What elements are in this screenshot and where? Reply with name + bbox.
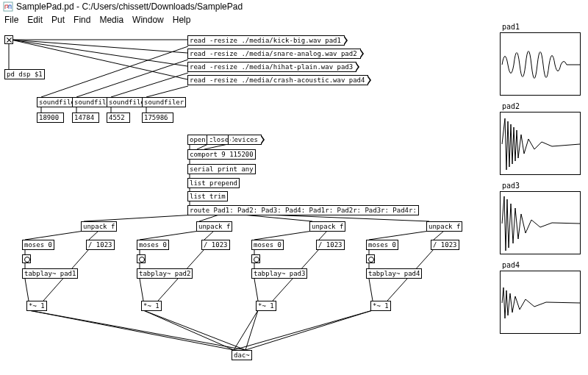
- moses-4[interactable]: moses 0: [366, 240, 398, 250]
- msg-read-pad2[interactable]: read -resize ./media/snare-analog.wav pa…: [187, 49, 361, 59]
- menu-edit[interactable]: Edit: [27, 15, 43, 25]
- samples-4[interactable]: 175986: [142, 113, 173, 123]
- div-2[interactable]: / 1023: [201, 240, 230, 250]
- menu-window[interactable]: Window: [132, 15, 164, 25]
- app-icon: [3, 1, 13, 12]
- unpack-3[interactable]: unpack f: [309, 221, 345, 232]
- samples-2[interactable]: 14784: [72, 113, 99, 123]
- svg-line-30: [319, 231, 327, 240]
- mul-2[interactable]: *~ 1: [141, 301, 162, 311]
- samples-1[interactable]: 18900: [37, 113, 64, 123]
- array-pad2[interactable]: pad2: [500, 112, 581, 175]
- div-1[interactable]: / 1023: [86, 240, 115, 250]
- titlebar: SamplePad.pd - C:/Users/chissett/Downloa…: [0, 0, 588, 13]
- svg-line-9: [146, 86, 188, 97]
- svg-line-49: [29, 310, 234, 350]
- svg-line-22: [199, 215, 219, 221]
- moses-1[interactable]: moses 0: [22, 240, 54, 250]
- svg-line-55: [234, 310, 373, 350]
- menu-find[interactable]: Find: [74, 15, 90, 25]
- svg-line-3: [11, 40, 187, 53]
- list-trim[interactable]: list trim: [187, 191, 228, 201]
- array-label-1: pad1: [502, 23, 520, 31]
- svg-line-53: [234, 310, 258, 350]
- tabplay-2[interactable]: tabplay~ pad2: [137, 268, 193, 279]
- svg-line-51: [143, 310, 234, 350]
- svg-line-26: [89, 231, 98, 240]
- svg-line-24: [266, 215, 429, 221]
- svg-line-23: [243, 215, 312, 221]
- svg-line-31: [369, 231, 429, 240]
- svg-line-25: [25, 231, 84, 240]
- svg-line-45: [25, 279, 29, 301]
- array-label-4: pad4: [502, 261, 520, 269]
- svg-line-29: [254, 231, 312, 240]
- comport-obj[interactable]: comport 9 115200: [187, 149, 256, 160]
- tabplay-4[interactable]: tabplay~ pad4: [366, 268, 422, 279]
- unpack-4[interactable]: unpack f: [426, 221, 462, 232]
- array-label-2: pad2: [502, 102, 520, 110]
- moses-3[interactable]: moses 0: [251, 240, 284, 250]
- unpack-2[interactable]: unpack f: [196, 221, 232, 232]
- bang-1[interactable]: [22, 254, 31, 263]
- svg-line-7: [76, 60, 188, 97]
- div-3[interactable]: / 1023: [316, 240, 345, 250]
- mul-1[interactable]: *~ 1: [26, 301, 47, 311]
- bang-3[interactable]: [251, 254, 260, 263]
- array-pad3[interactable]: pad3: [500, 191, 581, 254]
- array-pad4[interactable]: pad4: [500, 271, 581, 334]
- window-title: SamplePad.pd - C:/Users/chissett/Downloa…: [16, 1, 243, 12]
- svg-line-4: [11, 40, 187, 66]
- svg-line-46: [140, 279, 143, 301]
- menu-put[interactable]: Put: [51, 15, 65, 25]
- list-prepend[interactable]: list prepend: [187, 178, 240, 188]
- menu-media[interactable]: Media: [99, 15, 123, 25]
- mul-3[interactable]: *~ 1: [256, 301, 276, 311]
- svg-line-21: [84, 215, 196, 221]
- svg-line-48: [369, 279, 373, 301]
- pd-canvas[interactable]: pd dsp $1 read -resize ./media/kick-big.…: [0, 26, 588, 375]
- svg-line-8: [111, 73, 188, 97]
- moses-2[interactable]: moses 0: [137, 240, 169, 250]
- array-label-3: pad3: [502, 182, 520, 190]
- soundfiler-4[interactable]: soundfiler: [142, 97, 186, 107]
- svg-line-52: [143, 310, 245, 350]
- toggle-dsp[interactable]: [4, 35, 13, 44]
- msg-read-pad4[interactable]: read -resize ./media/crash-acoustic.wav …: [187, 75, 368, 85]
- svg-line-6: [41, 46, 188, 97]
- svg-line-28: [204, 231, 214, 240]
- svg-line-27: [140, 231, 199, 240]
- msg-read-pad3[interactable]: read -resize ./media/hihat-plain.wav pad…: [187, 62, 356, 72]
- svg-line-16: [204, 144, 228, 149]
- svg-line-50: [29, 310, 245, 350]
- div-4[interactable]: / 1023: [431, 240, 459, 250]
- menu-help[interactable]: Help: [173, 15, 191, 25]
- bang-4[interactable]: [366, 254, 375, 263]
- dac-obj[interactable]: dac~: [232, 350, 252, 360]
- msg-read-pad1[interactable]: read -resize ./media/kick-big.wav pad1: [187, 35, 345, 46]
- mul-4[interactable]: *~ 1: [370, 301, 391, 311]
- svg-line-47: [254, 279, 258, 301]
- bang-2[interactable]: [137, 254, 146, 263]
- route-pads[interactable]: route Pad1: Pad2: Pad3: Pad4: Pad1r: Pad…: [187, 205, 419, 215]
- svg-line-54: [245, 310, 258, 350]
- unpack-1[interactable]: unpack f: [81, 221, 117, 232]
- tabplay-3[interactable]: tabplay~ pad3: [251, 268, 307, 279]
- menubar: File Edit Put Find Media Window Help: [0, 13, 588, 26]
- samples-3[interactable]: 4552: [107, 113, 130, 123]
- tabplay-1[interactable]: tabplay~ pad1: [22, 268, 78, 279]
- menu-file[interactable]: File: [4, 15, 18, 25]
- svg-line-56: [245, 310, 373, 350]
- svg-line-15: [197, 144, 208, 149]
- pd-dsp-subpatch[interactable]: pd dsp $1: [4, 69, 45, 79]
- svg-line-32: [434, 231, 444, 240]
- array-pad1[interactable]: pad1: [500, 32, 581, 96]
- serial-print[interactable]: serial print any: [187, 164, 256, 174]
